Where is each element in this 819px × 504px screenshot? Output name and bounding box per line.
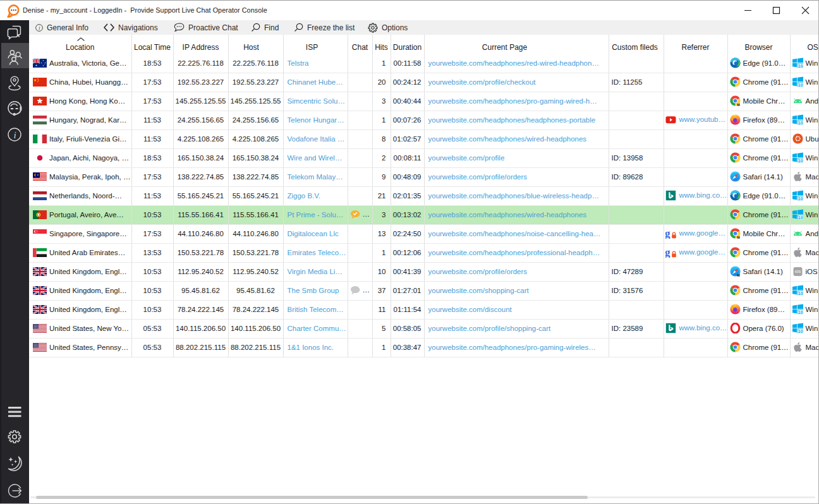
- svg-text:i: i: [39, 25, 40, 30]
- svg-text:i: i: [13, 130, 16, 140]
